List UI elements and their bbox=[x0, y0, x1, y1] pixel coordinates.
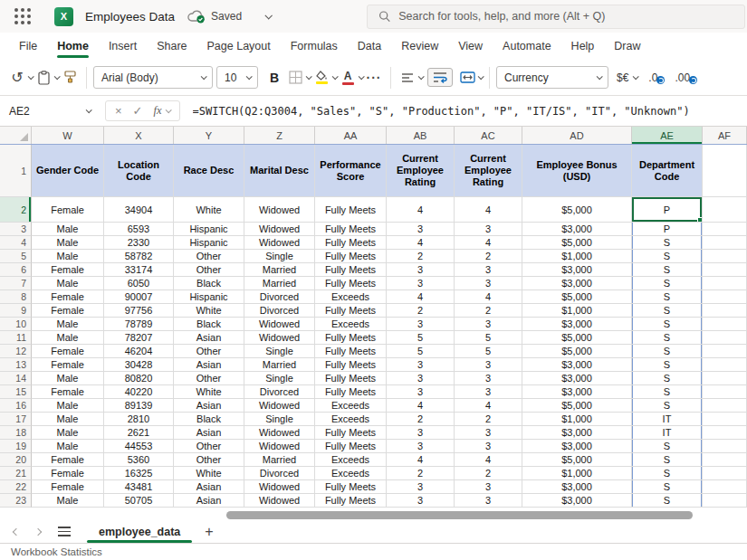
cell-AC4[interactable]: 4 bbox=[455, 236, 522, 250]
cell-AA6[interactable]: Fully Meets bbox=[315, 263, 387, 277]
cell-Y2[interactable]: White bbox=[174, 197, 244, 223]
cell-X10[interactable]: 78789 bbox=[104, 318, 174, 331]
cell-AD4[interactable]: $5,000 bbox=[522, 236, 632, 250]
name-box[interactable]: AE2 bbox=[9, 105, 100, 118]
cell-AB20[interactable]: 4 bbox=[387, 453, 455, 467]
cell-Z20[interactable]: Married bbox=[244, 453, 315, 467]
column-header-X[interactable]: X bbox=[104, 127, 174, 144]
cell-AF9[interactable] bbox=[703, 304, 747, 318]
cell-AE1[interactable]: Department Code bbox=[632, 145, 703, 197]
cell-Z4[interactable]: Widowed bbox=[244, 236, 315, 250]
cell-Z16[interactable]: Widowed bbox=[244, 399, 315, 413]
cell-AF10[interactable] bbox=[703, 318, 747, 331]
horizontal-scrollbar-thumb[interactable] bbox=[226, 511, 693, 519]
cell-Z19[interactable]: Widowed bbox=[244, 440, 315, 453]
merge-menu-chevron-icon[interactable] bbox=[478, 73, 484, 80]
cell-Y1[interactable]: Race Desc bbox=[174, 145, 244, 197]
cell-X7[interactable]: 6050 bbox=[104, 277, 174, 290]
align-button[interactable] bbox=[397, 66, 417, 90]
cell-X14[interactable]: 80820 bbox=[104, 372, 174, 385]
cell-AE22[interactable]: S bbox=[632, 480, 703, 494]
cell-X6[interactable]: 33174 bbox=[104, 263, 174, 277]
cell-AC17[interactable]: 2 bbox=[455, 413, 522, 426]
cancel-entry-icon[interactable]: × bbox=[115, 105, 122, 117]
fill-color-button[interactable] bbox=[311, 66, 331, 90]
cell-AB12[interactable]: 5 bbox=[387, 345, 455, 358]
cell-AA14[interactable]: Fully Meets bbox=[315, 372, 387, 385]
cell-X16[interactable]: 89139 bbox=[104, 399, 174, 413]
menu-insert[interactable]: Insert bbox=[99, 33, 147, 60]
row-header-23[interactable]: 23 bbox=[0, 494, 32, 508]
cell-AA3[interactable]: Fully Meets bbox=[315, 223, 387, 236]
cell-AB22[interactable]: 3 bbox=[387, 480, 455, 494]
cell-AE16[interactable]: S bbox=[632, 399, 703, 413]
column-header-AE[interactable]: AE bbox=[632, 127, 703, 144]
cell-X3[interactable]: 6593 bbox=[104, 223, 174, 236]
cell-Y9[interactable]: White bbox=[174, 304, 244, 318]
cell-Y14[interactable]: Other bbox=[174, 372, 244, 385]
cell-Y5[interactable]: Other bbox=[174, 250, 244, 263]
cell-Z3[interactable]: Widowed bbox=[244, 223, 315, 236]
sheet-nav-next-button[interactable] bbox=[29, 523, 47, 541]
cell-AA20[interactable]: Exceeds bbox=[315, 453, 387, 467]
sheet-nav-prev-button[interactable] bbox=[7, 523, 25, 541]
cell-Y13[interactable]: Asian bbox=[174, 358, 244, 372]
cell-X1[interactable]: Location Code bbox=[104, 145, 174, 197]
font-color-button[interactable]: A bbox=[338, 66, 358, 90]
cell-AE23[interactable]: S bbox=[632, 494, 703, 508]
cell-AB11[interactable]: 5 bbox=[387, 331, 455, 345]
cell-AA4[interactable]: Fully Meets bbox=[315, 236, 387, 250]
cell-W13[interactable]: Female bbox=[32, 358, 104, 372]
cell-AA5[interactable]: Fully Meets bbox=[315, 250, 387, 263]
cell-AB18[interactable]: 3 bbox=[387, 426, 455, 440]
cell-AB21[interactable]: 2 bbox=[387, 467, 455, 480]
cell-AB2[interactable]: 4 bbox=[387, 197, 455, 223]
save-status[interactable]: Saved bbox=[187, 10, 242, 24]
cell-AF14[interactable] bbox=[703, 372, 747, 385]
cell-AF22[interactable] bbox=[703, 480, 747, 494]
cell-AD1[interactable]: Employee Bonus (USD) bbox=[522, 145, 632, 197]
cell-AA19[interactable]: Fully Meets bbox=[315, 440, 387, 453]
app-launcher-icon[interactable] bbox=[14, 8, 31, 24]
formula-input[interactable]: =SWITCH(Q2:Q3004, "Sales", "S", "Product… bbox=[193, 105, 690, 118]
cell-X5[interactable]: 58782 bbox=[104, 250, 174, 263]
confirm-entry-icon[interactable]: ✓ bbox=[133, 105, 143, 117]
row-header-13[interactable]: 13 bbox=[0, 358, 32, 372]
currency-format-chevron-icon[interactable] bbox=[633, 73, 639, 80]
cell-AC3[interactable]: 3 bbox=[455, 223, 522, 236]
cell-AB23[interactable]: 3 bbox=[387, 494, 455, 508]
cell-AF19[interactable] bbox=[703, 440, 747, 453]
more-formatting-button[interactable]: ··· bbox=[364, 66, 384, 90]
row-header-3[interactable]: 3 bbox=[0, 223, 32, 236]
cell-W12[interactable]: Female bbox=[32, 345, 104, 358]
cell-AF20[interactable] bbox=[703, 453, 747, 467]
increase-decimal-button[interactable]: .00 bbox=[675, 71, 698, 84]
cell-AD3[interactable]: $3,000 bbox=[522, 223, 632, 236]
cell-AA9[interactable]: Fully Meets bbox=[315, 304, 387, 318]
cell-AD20[interactable]: $5,000 bbox=[522, 453, 632, 467]
cell-Z15[interactable]: Divorced bbox=[244, 385, 315, 399]
cell-X20[interactable]: 5360 bbox=[104, 453, 174, 467]
cell-Y18[interactable]: Asian bbox=[174, 426, 244, 440]
align-menu-chevron-icon[interactable] bbox=[418, 73, 425, 80]
cell-X21[interactable]: 16325 bbox=[104, 467, 174, 480]
cell-AF21[interactable] bbox=[703, 467, 747, 480]
cell-AF16[interactable] bbox=[703, 399, 747, 413]
cell-X18[interactable]: 2621 bbox=[104, 426, 174, 440]
cell-AD16[interactable]: $5,000 bbox=[522, 399, 632, 413]
cell-AB7[interactable]: 3 bbox=[387, 277, 455, 290]
cell-Y6[interactable]: Other bbox=[174, 263, 244, 277]
cell-AB5[interactable]: 2 bbox=[387, 250, 455, 263]
cell-AC5[interactable]: 2 bbox=[455, 250, 522, 263]
cell-AE2[interactable]: P bbox=[632, 197, 703, 223]
cell-Z22[interactable]: Widowed bbox=[244, 480, 315, 494]
row-header-22[interactable]: 22 bbox=[0, 480, 32, 494]
menu-formulas[interactable]: Formulas bbox=[281, 33, 348, 60]
cell-AC1[interactable]: Current Employee Rating bbox=[455, 145, 522, 197]
cell-AC15[interactable]: 3 bbox=[455, 385, 522, 399]
cell-AE13[interactable]: S bbox=[632, 358, 703, 372]
sheet-tab-employee-data[interactable]: employee_data bbox=[87, 520, 192, 543]
cell-AE15[interactable]: S bbox=[632, 385, 703, 399]
cell-Y16[interactable]: Asian bbox=[174, 399, 244, 413]
cell-Y3[interactable]: Hispanic bbox=[174, 223, 244, 236]
